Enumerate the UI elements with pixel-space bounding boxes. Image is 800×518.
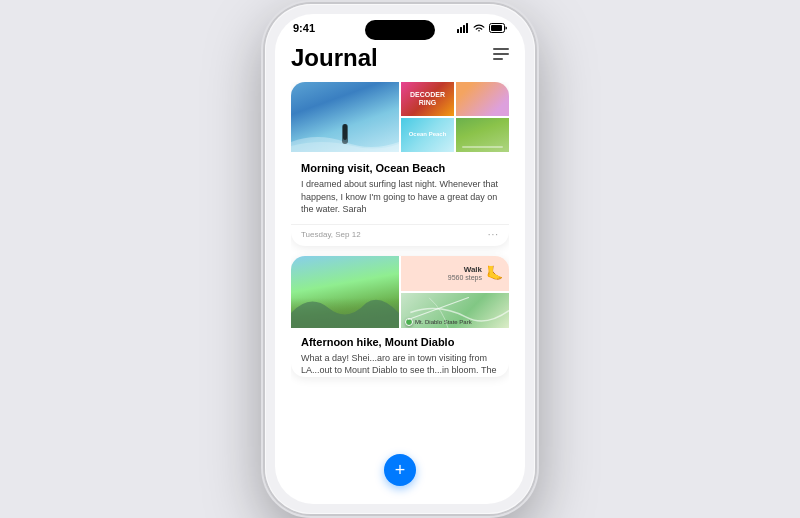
decoder-ring-label: DECODER RING (403, 91, 452, 106)
svg-rect-3 (466, 23, 468, 33)
walk-label: Walk (448, 265, 482, 274)
signal-icon (457, 23, 469, 33)
card1-oceanpeach-image: Ocean Peach (401, 118, 454, 152)
oceanpeach-label: Ocean Peach (409, 131, 447, 138)
wifi-icon (473, 24, 485, 33)
status-icons (457, 23, 507, 33)
fab-plus-icon: + (395, 461, 406, 479)
card2-title: Afternoon hike, Mount Diablo (301, 336, 499, 348)
card1-right-grid: DECODER RING Ocean Peach (401, 82, 509, 152)
app-header: Journal (291, 36, 509, 82)
card1-date: Tuesday, Sep 12 (301, 230, 361, 239)
status-bar: 9:41 (275, 14, 525, 36)
card2-image-grid: Walk 9560 steps 🦶 (291, 256, 509, 328)
menu-line-1 (493, 48, 509, 50)
card2-hike-image (291, 256, 399, 328)
journal-card-2[interactable]: Walk 9560 steps 🦶 (291, 256, 509, 377)
card2-right-col: Walk 9560 steps 🦶 (401, 256, 509, 328)
menu-icon[interactable] (493, 48, 509, 60)
walk-footprint-icon: 🦶 (486, 265, 503, 281)
journal-card-1[interactable]: DECODER RING Ocean Peach Morning visit, … (291, 82, 509, 246)
dynamic-island (365, 20, 435, 40)
mountain-svg (291, 288, 399, 328)
card2-walk-tile: Walk 9560 steps 🦶 (401, 256, 509, 291)
card1-road-image (456, 118, 509, 152)
battery-icon (489, 23, 507, 33)
card1-shell-image (456, 82, 509, 116)
svg-rect-5 (491, 25, 502, 31)
phone-frame: 9:41 (265, 4, 535, 514)
svg-rect-0 (457, 29, 459, 33)
status-time: 9:41 (293, 22, 315, 34)
surfer-silhouette (343, 124, 347, 140)
map-roads-svg (401, 293, 509, 328)
menu-line-2 (493, 53, 509, 55)
new-entry-button[interactable]: + (384, 454, 416, 486)
wave-svg (291, 122, 399, 152)
card1-body: Morning visit, Ocean Beach I dreamed abo… (291, 154, 509, 224)
walk-steps: 9560 steps (448, 274, 482, 281)
menu-line-3 (493, 58, 503, 60)
svg-rect-2 (463, 25, 465, 33)
journal-scroll: DECODER RING Ocean Peach Morning visit, … (291, 82, 509, 504)
card2-body: Afternoon hike, Mount Diablo What a day!… (291, 328, 509, 377)
card1-more-icon[interactable]: ··· (488, 229, 499, 240)
app-content: Journal (275, 36, 525, 504)
card1-beach-image (291, 82, 399, 152)
walk-info: Walk 9560 steps (448, 265, 482, 281)
card2-text: What a day! Shei...aro are in town visit… (301, 352, 499, 377)
card1-text: I dreamed about surfing last night. When… (301, 178, 499, 216)
card1-date-row: Tuesday, Sep 12 ··· (291, 224, 509, 246)
card2-map-tile: Mt. Diablo State Park (401, 293, 509, 328)
card1-title: Morning visit, Ocean Beach (301, 162, 499, 174)
svg-rect-1 (460, 27, 462, 33)
card1-image-grid: DECODER RING Ocean Peach (291, 82, 509, 154)
phone-screen: 9:41 (275, 14, 525, 504)
card1-podcast-image: DECODER RING (401, 82, 454, 116)
app-title: Journal (291, 44, 378, 72)
